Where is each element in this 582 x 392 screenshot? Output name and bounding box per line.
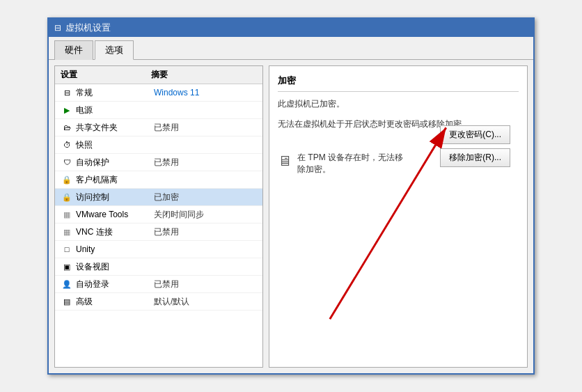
item-icon-general: ⊟: [61, 86, 73, 99]
header-setting: 设置: [61, 69, 151, 81]
encrypt-desc1: 此虚拟机已加密。: [278, 97, 519, 111]
list-item[interactable]: ▦ VNC 连接 已禁用: [55, 224, 262, 241]
list-item[interactable]: 👤 自动登录 已禁用: [55, 276, 262, 293]
list-item[interactable]: ▦ VMware Tools 关闭时间同步: [55, 206, 262, 224]
tab-bar: 硬件 选项: [49, 37, 533, 60]
list-item[interactable]: 🔒 客户机隔离: [55, 171, 262, 189]
item-icon-access-control: 🔒: [61, 191, 73, 203]
item-icon-power: ▶: [61, 104, 73, 116]
item-name-shared-folder: 共享文件夹: [76, 122, 154, 134]
item-summary-advanced: 默认/默认: [154, 296, 257, 308]
item-name-snapshot: 快照: [76, 139, 154, 151]
header-summary: 摘要: [151, 69, 257, 81]
item-icon-shared-folder: 🗁: [61, 121, 73, 134]
tpm-notice: 🖥 在 TPM 设备存在时，无法移除加密。: [278, 152, 403, 175]
item-name-general: 常规: [76, 87, 154, 99]
list-item[interactable]: ⊟ 常规 Windows 11: [55, 84, 262, 102]
tab-hardware[interactable]: 硬件: [54, 40, 93, 60]
item-icon-device-view: ▣: [61, 260, 73, 273]
item-name-vmware-tools: VMware Tools: [76, 210, 154, 219]
tab-options[interactable]: 选项: [95, 40, 134, 60]
remove-encryption-button[interactable]: 移除加密(R)...: [440, 148, 510, 167]
item-name-device-view: 设备视图: [76, 261, 154, 273]
list-item[interactable]: 🗁 共享文件夹 已禁用: [55, 119, 262, 136]
item-icon-autoprotect: 🛡: [61, 156, 73, 168]
list-item[interactable]: ▣ 设备视图: [55, 258, 262, 276]
item-icon-advanced: ▤: [61, 295, 73, 308]
item-icon-guest-isolation: 🔒: [61, 173, 73, 186]
list-item[interactable]: ▶ 电源: [55, 102, 262, 119]
item-summary-access-control: 已加密: [154, 191, 257, 203]
item-summary-vmware-tools: 关闭时间同步: [154, 209, 257, 221]
item-icon-snapshot: ⏱: [61, 139, 73, 151]
change-password-button[interactable]: 更改密码(C)...: [440, 125, 510, 144]
item-summary-general: Windows 11: [154, 88, 257, 97]
title-icon: ⊟: [54, 23, 61, 33]
main-window: ⊟ 虚拟机设置 硬件 选项 设置 摘要 ⊟ 常规 Windows 11 ▶ 电源: [47, 17, 535, 375]
item-name-advanced: 高级: [76, 296, 154, 308]
content-area: 设置 摘要 ⊟ 常规 Windows 11 ▶ 电源 🗁 共享文件夹 已禁用 ⏱: [49, 60, 533, 373]
list-item-access-control[interactable]: 🔒 访问控制 已加密: [55, 189, 262, 206]
window-title: 虚拟机设置: [65, 22, 111, 34]
item-summary-vnc: 已禁用: [154, 226, 257, 238]
item-icon-vmware-tools: ▦: [61, 208, 73, 221]
item-name-power: 电源: [76, 104, 154, 116]
encrypt-title: 加密: [278, 75, 519, 92]
settings-list: 设置 摘要 ⊟ 常规 Windows 11 ▶ 电源 🗁 共享文件夹 已禁用 ⏱: [54, 65, 263, 368]
list-item[interactable]: 🛡 自动保护 已禁用: [55, 154, 262, 171]
item-name-access-control: 访问控制: [76, 191, 154, 203]
right-panel: 加密 此虚拟机已加密。 无法在虚拟机处于开启状态时更改密码或移除加密。 更改密码…: [269, 65, 528, 368]
item-icon-vnc: ▦: [61, 226, 73, 238]
item-name-autoprotect: 自动保护: [76, 157, 154, 168]
item-name-unity: Unity: [76, 244, 154, 254]
encrypt-buttons: 更改密码(C)... 移除加密(R)...: [440, 125, 510, 167]
list-header: 设置 摘要: [55, 66, 262, 84]
tpm-text: 在 TPM 设备存在时，无法移除加密。: [297, 152, 403, 175]
item-name-vnc: VNC 连接: [76, 226, 154, 238]
item-name-guest-isolation: 客户机隔离: [76, 174, 154, 186]
item-icon-autologin: 👤: [61, 278, 73, 290]
list-item[interactable]: □ Unity: [55, 241, 262, 258]
list-item[interactable]: ⏱ 快照: [55, 136, 262, 154]
title-bar: ⊟ 虚拟机设置: [49, 19, 533, 37]
item-summary-autologin: 已禁用: [154, 279, 257, 290]
list-item[interactable]: ▤ 高级 默认/默认: [55, 293, 262, 311]
item-icon-unity: □: [61, 243, 73, 256]
item-summary-autoprotect: 已禁用: [154, 157, 257, 168]
tpm-icon: 🖥: [278, 153, 292, 169]
item-name-autologin: 自动登录: [76, 279, 154, 290]
item-summary-shared-folder: 已禁用: [154, 122, 257, 134]
